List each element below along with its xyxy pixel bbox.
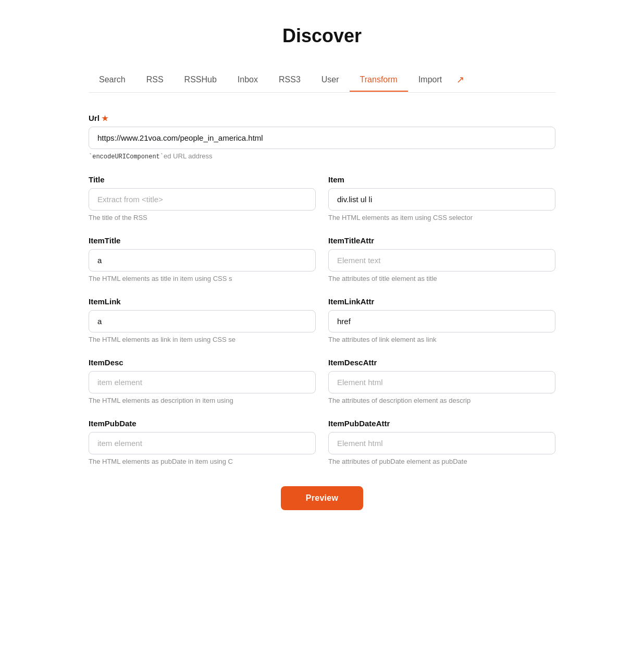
item-input[interactable] [328,188,555,211]
item-title-field-group: ItemTitle The HTML elements as title in … [89,236,316,282]
item-link-attr-label: ItemLinkAttr [328,297,555,306]
item-pubdate-field-group: ItemPubDate The HTML elements as pubDate… [89,419,316,465]
item-title-hint: The HTML elements as title in item using… [89,275,316,282]
url-field-group: Url ★ `encodeURIComponent`ed URL address [89,114,555,160]
url-label: Url ★ [89,114,555,122]
item-title-attr-input[interactable] [328,249,555,271]
item-title-row: ItemTitle The HTML elements as title in … [89,236,555,282]
item-field-group: Item The HTML elements as item using CSS… [328,175,555,221]
title-label: Title [89,175,316,184]
trending-icon[interactable]: ↗ [452,68,468,93]
item-desc-label: ItemDesc [89,358,316,367]
tab-search[interactable]: Search [89,69,136,92]
item-title-attr-label: ItemTitleAttr [328,236,555,245]
tab-transform[interactable]: Transform [350,69,408,92]
item-link-attr-field-group: ItemLinkAttr The attributes of link elem… [328,297,555,343]
item-link-hint: The HTML elements as link in item using … [89,336,316,343]
preview-btn-container: Preview [89,486,555,541]
item-title-input[interactable] [89,249,316,271]
item-link-field-group: ItemLink The HTML elements as link in it… [89,297,316,343]
transform-form: Url ★ `encodeURIComponent`ed URL address… [89,114,555,541]
item-desc-attr-label: ItemDescAttr [328,358,555,367]
item-title-attr-hint: The attributes of title element as title [328,275,555,282]
item-link-input[interactable] [89,310,316,332]
item-hint: The HTML elements as item using CSS sele… [328,214,555,221]
item-pubdate-attr-input[interactable] [328,432,555,454]
item-link-attr-hint: The attributes of link element as link [328,336,555,343]
tab-rss3[interactable]: RSS3 [268,69,311,92]
title-field-group: Title The title of the RSS [89,175,316,221]
item-link-row: ItemLink The HTML elements as link in it… [89,297,555,343]
item-link-attr-input[interactable] [328,310,555,332]
tab-inbox[interactable]: Inbox [227,69,268,92]
item-pubdate-attr-field-group: ItemPubDateAttr The attributes of pubDat… [328,419,555,465]
item-title-label: ItemTitle [89,236,316,245]
tab-rsshub[interactable]: RSSHub [174,69,227,92]
item-desc-attr-field-group: ItemDescAttr The attributes of descripti… [328,358,555,404]
url-hint: `encodeURIComponent`ed URL address [89,152,555,160]
tab-rss[interactable]: RSS [136,69,174,92]
nav-tabs: Search RSS RSSHub Inbox RSS3 User Transf… [89,68,555,93]
item-pubdate-attr-label: ItemPubDateAttr [328,419,555,428]
item-pubdate-attr-hint: The attributes of pubDate element as pub… [328,458,555,465]
item-label: Item [328,175,555,184]
item-pubdate-hint: The HTML elements as pubDate in item usi… [89,458,316,465]
item-desc-attr-hint: The attributes of description element as… [328,397,555,404]
item-title-attr-field-group: ItemTitleAttr The attributes of title el… [328,236,555,282]
page-title: Discover [89,25,555,47]
title-input[interactable] [89,188,316,211]
tab-user[interactable]: User [311,69,350,92]
title-hint: The title of the RSS [89,214,316,221]
item-desc-field-group: ItemDesc The HTML elements as descriptio… [89,358,316,404]
item-link-label: ItemLink [89,297,316,306]
item-pubdate-row: ItemPubDate The HTML elements as pubDate… [89,419,555,465]
url-input[interactable] [89,127,555,149]
title-item-row: Title The title of the RSS Item The HTML… [89,175,555,221]
item-desc-row: ItemDesc The HTML elements as descriptio… [89,358,555,404]
preview-button[interactable]: Preview [281,486,364,510]
item-pubdate-label: ItemPubDate [89,419,316,428]
item-desc-attr-input[interactable] [328,371,555,393]
item-desc-hint: The HTML elements as description in item… [89,397,316,404]
item-desc-input[interactable] [89,371,316,393]
url-required-marker: ★ [102,114,108,122]
tab-import[interactable]: Import [408,69,452,92]
item-pubdate-input[interactable] [89,432,316,454]
